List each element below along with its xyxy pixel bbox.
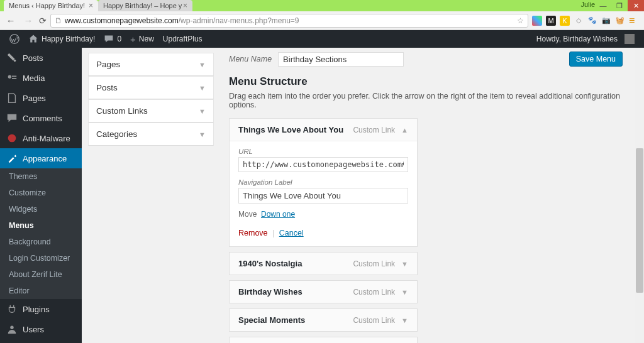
chevron-down-icon[interactable]: ▼	[401, 288, 408, 296]
menu-item-type: Custom Link	[353, 316, 395, 325]
chevron-up-icon[interactable]: ▲	[401, 126, 408, 134]
menu-item-header[interactable]: 1940's NostalgiaCustom Link▼	[230, 253, 417, 275]
url-host: www.customonepagewebsite.com	[65, 16, 179, 25]
sidebar-item-appearance[interactable]: Appearance	[0, 148, 82, 168]
site-home-link[interactable]: Happy Birthday!	[24, 34, 99, 44]
menu-name-input[interactable]	[278, 52, 404, 67]
menu-edit-area: Menu Name Save Menu Menu Structure Drag …	[220, 48, 635, 343]
window-close-button[interactable]: ✕	[628, 0, 644, 11]
chevron-down-icon: ▼	[199, 61, 206, 68]
chrome-menu-icon[interactable]: ≡	[629, 15, 640, 26]
extension-icon[interactable]: ◇	[574, 16, 584, 26]
extension-icon[interactable]: M	[546, 16, 556, 26]
wp-admin-bar: Happy Birthday! 0 + New UpdraftPlus Howd…	[0, 30, 644, 48]
menu-item[interactable]: More Birthday LoveCustom Link▼	[229, 337, 418, 343]
submenu-themes[interactable]: Themes	[0, 168, 82, 185]
chevron-down-icon: ▼	[199, 131, 206, 138]
avatar	[625, 34, 635, 44]
close-tab-icon[interactable]: ×	[183, 1, 187, 10]
accordion-categories[interactable]: Categories▼	[88, 122, 214, 146]
submenu-login-customizer[interactable]: Login Customizer	[0, 250, 82, 266]
sidebar-item-pages[interactable]: Pages	[0, 88, 82, 108]
browser-extension-icons: M K ◇ 🐾 📷 🧺	[532, 16, 625, 26]
submenu-customize[interactable]: Customize	[0, 185, 82, 201]
bookmark-star-icon[interactable]: ☆	[517, 16, 524, 25]
move-down-link[interactable]: Down one	[261, 210, 295, 219]
extension-icon[interactable]: 🐾	[587, 16, 597, 26]
sidebar-item-tools[interactable]: Tools	[0, 339, 82, 343]
howdy-account[interactable]: Howdy, Birthday Wishes	[532, 34, 639, 44]
menu-item-header[interactable]: Special MomentsCustom Link▼	[230, 309, 417, 331]
submenu-background[interactable]: Background	[0, 234, 82, 250]
submenu-menus[interactable]: Menus	[0, 217, 82, 234]
extension-icon[interactable]: 📷	[601, 16, 611, 26]
menu-item-title: Things We Love About You	[238, 125, 343, 134]
back-button[interactable]: ←	[4, 15, 18, 26]
menu-structure-heading: Menu Structure	[229, 75, 623, 88]
accordion-custom-links[interactable]: Custom Links▼	[88, 99, 214, 122]
menu-item-navlabel-input[interactable]	[238, 188, 408, 204]
move-label: Move	[238, 210, 257, 219]
scrollbar[interactable]	[635, 48, 644, 343]
sidebar-item-antimalware[interactable]: Anti-Malware	[0, 128, 82, 148]
window-minimize-button[interactable]: —	[595, 0, 611, 11]
svg-point-4	[10, 326, 13, 329]
accordion-pages[interactable]: Pages▼	[88, 53, 214, 76]
menu-item-expanded[interactable]: Things We Love About You Custom Link ▲ U…	[229, 118, 418, 247]
extension-icon[interactable]: 🧺	[615, 16, 625, 26]
menu-name-label: Menu Name	[229, 55, 272, 63]
nav-label: Navigation Label	[238, 178, 408, 186]
menu-item[interactable]: 1940's NostalgiaCustom Link▼	[229, 252, 418, 275]
submenu-editor[interactable]: Editor	[0, 283, 82, 299]
accordion-posts[interactable]: Posts▼	[88, 76, 214, 99]
admin-sidebar: Posts Media Pages Comments Anti-Malware …	[0, 48, 82, 343]
wp-logo[interactable]	[5, 34, 24, 44]
close-tab-icon[interactable]: ×	[89, 1, 93, 10]
browser-tab-active[interactable]: Menus ‹ Happy Birthday! ×	[4, 0, 98, 11]
menu-item-title: Special Moments	[238, 315, 305, 325]
remove-link[interactable]: Remove	[238, 229, 268, 237]
menu-item-type: Custom Link	[353, 259, 395, 268]
comments-link[interactable]: 0	[99, 34, 126, 44]
window-maximize-button[interactable]: ❐	[611, 0, 628, 11]
tab-title: Happy Birthday! – Hope y	[103, 2, 182, 9]
svg-point-3	[8, 134, 16, 143]
menu-item[interactable]: Birthday WishesCustom Link▼	[229, 280, 418, 303]
appearance-submenu: Themes Customize Widgets Menus Backgroun…	[0, 168, 82, 299]
address-bar[interactable]: 🗋 www.customonepagewebsite.com/wp-admin/…	[50, 14, 528, 28]
site-info-icon[interactable]: 🗋	[55, 16, 62, 25]
extension-icon[interactable]	[532, 16, 542, 26]
menu-item-header[interactable]: Things We Love About You Custom Link ▲	[230, 119, 417, 141]
browser-tab-strip: Menus ‹ Happy Birthday! × Happy Birthday…	[0, 0, 644, 11]
sidebar-item-plugins[interactable]: Plugins	[0, 299, 82, 319]
chevron-down-icon[interactable]: ▼	[401, 317, 408, 324]
menu-item-header[interactable]: More Birthday LoveCustom Link▼	[230, 337, 417, 343]
menu-item[interactable]: Special MomentsCustom Link▼	[229, 308, 418, 332]
browser-toolbar: ← → ⟳ 🗋 www.customonepagewebsite.com/wp-…	[0, 11, 644, 30]
chevron-down-icon[interactable]: ▼	[401, 260, 408, 268]
sidebar-item-comments[interactable]: Comments	[0, 108, 82, 128]
submenu-about-zerif[interactable]: About Zerif Lite	[0, 266, 82, 283]
cancel-link[interactable]: Cancel	[279, 229, 304, 237]
sidebar-item-users[interactable]: Users	[0, 319, 82, 339]
new-content-link[interactable]: + New	[126, 34, 158, 45]
menu-item-url-input[interactable]	[238, 157, 408, 172]
svg-point-1	[14, 60, 16, 62]
chevron-down-icon: ▼	[199, 84, 206, 92]
browser-tab[interactable]: Happy Birthday! – Hope y ×	[98, 0, 192, 11]
save-menu-button[interactable]: Save Menu	[569, 52, 623, 67]
extension-icon[interactable]: K	[560, 16, 570, 26]
submenu-widgets[interactable]: Widgets	[0, 201, 82, 217]
updraftplus-link[interactable]: UpdraftPlus	[158, 35, 207, 43]
sidebar-item-posts[interactable]: Posts	[0, 48, 82, 68]
reload-button[interactable]: ⟳	[39, 16, 47, 26]
chevron-down-icon: ▼	[199, 107, 206, 115]
menu-item-header[interactable]: Birthday WishesCustom Link▼	[230, 281, 417, 303]
menu-item-type: Custom Link	[353, 288, 395, 297]
chrome-profile-name[interactable]: Julie	[580, 1, 595, 8]
forward-button[interactable]: →	[21, 15, 35, 26]
menu-item-title: 1940's Nostalgia	[238, 259, 302, 268]
sidebar-item-media[interactable]: Media	[0, 68, 82, 88]
scrollbar-thumb[interactable]	[636, 148, 643, 293]
menu-structure-hint: Drag each item into the order you prefer…	[229, 92, 623, 109]
